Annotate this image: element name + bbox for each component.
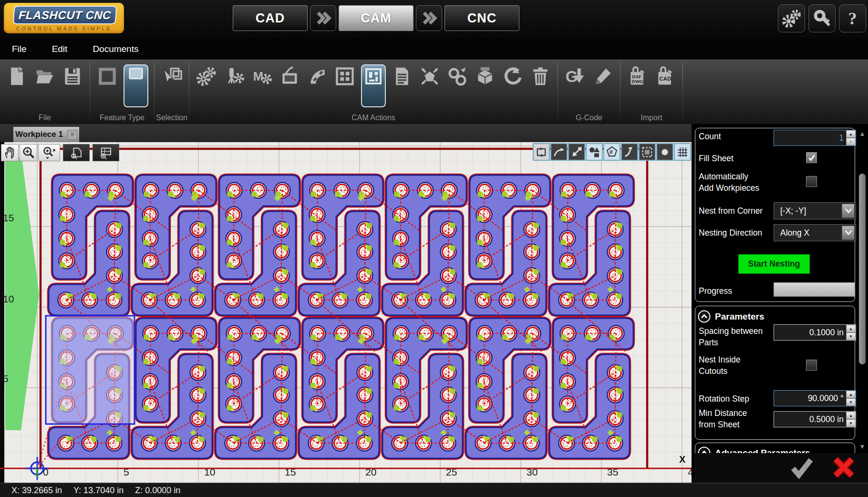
selection-box[interactable] <box>46 316 134 424</box>
cam-button[interactable]: CAM <box>339 5 413 31</box>
spacing-label-line1: Spacing between <box>699 326 763 336</box>
cnc-button[interactable]: CNC <box>444 5 519 31</box>
count-input[interactable]: 1 ▲▼ <box>774 130 856 146</box>
main-toolbar: FileFeature TypeSelectionMCAM ActionsGG-… <box>0 60 868 124</box>
move-point-icon[interactable] <box>568 143 585 161</box>
new-file-icon[interactable] <box>6 64 29 88</box>
svg-text:20: 20 <box>365 466 376 477</box>
spacing-label-line2: Parts <box>699 338 718 348</box>
open-file-icon[interactable] <box>33 64 56 88</box>
menu-edit[interactable]: Edit <box>52 44 68 54</box>
zoom-options-icon[interactable] <box>38 144 60 161</box>
min-distance-input[interactable]: 0.5000 in ▲▼ <box>774 411 856 427</box>
rotation-stepper[interactable]: ▲▼ <box>846 391 856 406</box>
menu-file[interactable]: File <box>12 44 27 54</box>
svg-text:40: 40 <box>688 466 692 477</box>
license-key-icon[interactable] <box>808 4 836 32</box>
monitor-icon[interactable] <box>278 64 301 88</box>
chevron-down-icon[interactable] <box>842 204 855 218</box>
g-arrow-icon[interactable]: G <box>564 64 587 88</box>
scroll-down-icon[interactable]: ▼ <box>858 443 866 450</box>
title-bar: FLASHCUT CNC CONTROL MADE SIMPLE CAD CAM… <box>0 0 868 38</box>
fill-sheet-checkbox[interactable] <box>806 152 817 163</box>
min-distance-label-line1: Min Distance <box>699 408 747 418</box>
nesting-canvas[interactable]: 051015202530354015105X <box>0 142 692 483</box>
pencil-icon[interactable] <box>591 64 614 88</box>
direction-arrow-icon[interactable] <box>621 143 638 161</box>
settings-gears-icon[interactable] <box>778 4 805 32</box>
box-3d-icon[interactable] <box>474 64 496 88</box>
start-nesting-button[interactable]: Start Nesting <box>738 254 810 274</box>
dxf-file-icon[interactable]: DXFDWG <box>626 64 649 88</box>
auto-add-checkbox[interactable] <box>806 176 817 187</box>
svg-text:DXF: DXF <box>632 74 641 79</box>
scrollbar-thumb[interactable] <box>859 174 866 364</box>
svg-text:0: 0 <box>43 466 49 477</box>
help-icon[interactable]: ? <box>839 4 866 32</box>
status-y-coordinate: Y: 13.7040 in <box>73 486 124 496</box>
svg-text:25: 25 <box>446 466 457 477</box>
spacing-input[interactable]: 0.1000 in ▲▼ <box>774 324 856 341</box>
link-chain-icon[interactable] <box>446 64 469 88</box>
auto-add-label-line1: Automatically <box>699 172 748 182</box>
tab-workpiece-1[interactable]: Workpiece 1 × <box>13 127 79 142</box>
trash-icon[interactable] <box>529 64 552 88</box>
document-tab-bar: Workpiece 1 × <box>0 124 692 142</box>
sequence-number-icon[interactable]: # <box>603 143 620 161</box>
zoom-to-sheet-icon[interactable] <box>93 144 119 161</box>
toolbar-group-label: Import <box>620 114 682 122</box>
auto-add-label-line2: Add Workpieces <box>699 183 759 193</box>
chevron-right-icon <box>416 5 442 31</box>
dot-toggle-icon[interactable] <box>656 143 673 161</box>
machine-m-icon[interactable]: M <box>250 64 273 88</box>
grid-toggle-icon[interactable] <box>674 143 691 161</box>
nesting-canvas-area[interactable]: 051015202530354015105X # <box>0 142 692 483</box>
cad-file-icon[interactable]: CAD <box>654 64 677 88</box>
save-file-icon[interactable] <box>61 64 84 88</box>
marquee-select-icon[interactable] <box>639 143 656 161</box>
undo-icon[interactable] <box>501 64 524 88</box>
cancel-x-icon[interactable] <box>831 455 856 480</box>
cad-button[interactable]: CAD <box>233 5 308 31</box>
feature-square-icon[interactable] <box>96 64 119 88</box>
nesting-direction-select[interactable]: Along X <box>774 224 856 241</box>
toolbar-group-label: Feature Type <box>90 114 154 122</box>
menu-bar: File Edit Documents <box>0 38 868 60</box>
scale-pentagon-icon[interactable] <box>418 64 441 88</box>
status-x-coordinate: X: 39.2665 in <box>11 486 62 496</box>
zoom-in-icon[interactable] <box>20 144 37 161</box>
min-distance-stepper[interactable]: ▲▼ <box>846 412 856 427</box>
machine-gears-icon[interactable] <box>195 64 218 88</box>
svg-text:DWG: DWG <box>632 79 643 84</box>
grid-parts-icon[interactable] <box>333 64 356 88</box>
pan-hand-icon[interactable] <box>1 144 19 161</box>
nest-from-corner-select[interactable]: [-X; -Y] <box>774 202 856 219</box>
confirm-check-icon[interactable] <box>789 456 814 479</box>
scroll-up-icon[interactable]: ▲ <box>858 130 866 137</box>
shapes-icon[interactable] <box>586 143 603 161</box>
loop-path-icon[interactable] <box>533 143 550 161</box>
nest-inside-checkbox[interactable] <box>806 360 817 371</box>
panel-scrollbar[interactable]: ▲ ▼ <box>858 128 867 450</box>
zoom-to-part-icon[interactable] <box>63 144 90 161</box>
nest-inside-label-line1: Nest Inside <box>699 355 741 365</box>
rotation-step-input[interactable]: 90.0000 ° ▲▼ <box>774 390 856 406</box>
svg-text:35: 35 <box>607 466 618 477</box>
lead-in-icon[interactable] <box>550 143 568 161</box>
menu-documents[interactable]: Documents <box>93 44 138 54</box>
svg-text:X: X <box>679 454 686 465</box>
toolbar-group-import: DXFDWGCADImport <box>620 60 682 124</box>
toolbar-group-label: File <box>0 114 90 122</box>
spacing-stepper[interactable]: ▲▼ <box>846 325 856 340</box>
parameters-header[interactable]: Parameters <box>698 310 765 323</box>
nesting-icon[interactable] <box>361 64 386 107</box>
tab-close-icon[interactable]: × <box>67 130 77 140</box>
chevron-down-icon[interactable] <box>842 226 855 240</box>
status-z-coordinate: Z: 0.0000 in <box>135 486 180 496</box>
select-parts-icon[interactable] <box>160 64 183 88</box>
tool-cut-icon[interactable] <box>223 64 246 88</box>
gcode-doc-icon[interactable] <box>391 64 413 88</box>
feature-selected-icon[interactable] <box>124 64 148 107</box>
count-stepper[interactable]: ▲▼ <box>846 130 856 145</box>
fan-arc-icon[interactable] <box>306 64 329 88</box>
